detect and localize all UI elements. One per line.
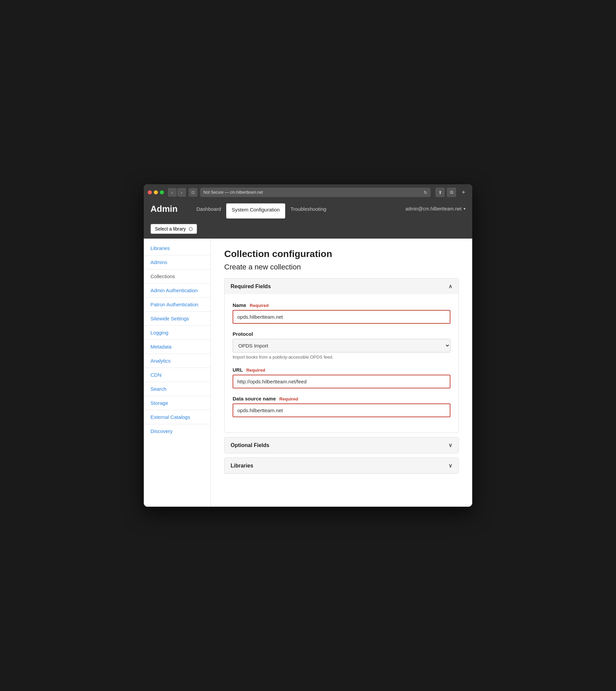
sidebar-item-search[interactable]: Search <box>144 382 211 396</box>
data-source-label: Data source name Required <box>233 396 450 401</box>
tab-view-button[interactable]: ⊡ <box>189 188 197 197</box>
user-dropdown-icon: ▾ <box>463 206 465 211</box>
sidebar-item-admin-authentication[interactable]: Admin Authentication <box>144 284 211 297</box>
header-nav: Dashboard System Configuration Troublesh… <box>191 203 405 215</box>
browser-chrome: ‹ › ⊡ Not Secure — cm.hilbertteam.net ↻ … <box>144 184 472 197</box>
libraries-header[interactable]: Libraries ∨ <box>224 458 459 473</box>
data-source-input[interactable] <box>233 403 450 417</box>
required-fields-body: Name Required Protocol OPDS Import Overd… <box>224 294 459 432</box>
required-fields-header[interactable]: Required Fields ∧ <box>224 278 459 294</box>
nav-system-configuration[interactable]: System Configuration <box>226 203 285 219</box>
libraries-chevron: ∨ <box>448 463 453 469</box>
sidebar-item-metadata[interactable]: Metadata <box>144 340 211 354</box>
sidebar-item-admins[interactable]: Admins <box>144 255 211 269</box>
name-input[interactable] <box>233 310 450 324</box>
sidebar-item-cdn[interactable]: CDN <box>144 368 211 382</box>
back-button[interactable]: ‹ <box>168 188 177 197</box>
library-selector-label: Select a library <box>155 226 186 231</box>
protocol-label: Protocol <box>233 331 450 337</box>
url-label: URL Required <box>233 367 450 373</box>
sidebar-item-libraries[interactable]: Libraries <box>144 241 211 255</box>
optional-fields-header[interactable]: Optional Fields ∨ <box>224 437 459 453</box>
main-layout: Libraries Admins Collections Admin Authe… <box>144 239 472 507</box>
sidebar-item-discovery[interactable]: Discovery <box>144 424 211 438</box>
required-fields-accordion: Required Fields ∧ Name Required Prot <box>224 278 459 433</box>
sidebar-item-external-catalogs[interactable]: External Catalogs <box>144 410 211 424</box>
share-button[interactable]: ⬆ <box>435 188 445 197</box>
maximize-button[interactable] <box>160 190 164 194</box>
libraries-accordion: Libraries ∨ <box>224 458 459 474</box>
url-field-group: URL Required <box>233 367 450 388</box>
close-button[interactable] <box>148 190 152 194</box>
traffic-lights <box>148 190 164 194</box>
url-required-badge: Required <box>246 367 265 373</box>
optional-fields-chevron: ∨ <box>448 442 453 448</box>
refresh-button[interactable]: ↻ <box>424 190 427 195</box>
forward-button[interactable]: › <box>177 188 186 197</box>
protocol-field-group: Protocol OPDS Import Overdrive Bibliothe… <box>233 331 450 360</box>
nav-troubleshooting[interactable]: Troubleshooting <box>285 203 332 215</box>
sidebar-item-sitewide-settings[interactable]: Sitewide Settings <box>144 312 211 326</box>
sidebar-item-collections[interactable]: Collections <box>144 269 211 284</box>
library-selector-arrow: ⬡ <box>189 226 193 231</box>
duplicate-tab-button[interactable]: ⧉ <box>447 188 456 197</box>
page-title: Collection configuration <box>224 249 459 259</box>
protocol-select[interactable]: OPDS Import Overdrive Bibliotheca Axis 3… <box>233 339 450 353</box>
sidebar-item-storage[interactable]: Storage <box>144 396 211 410</box>
sidebar-item-analytics[interactable]: Analytics <box>144 354 211 368</box>
sidebar-item-patron-authentication[interactable]: Patron Authentication <box>144 297 211 312</box>
name-label: Name Required <box>233 302 450 308</box>
header-user[interactable]: admin@cm.hilbertteam.net ▾ <box>405 206 465 211</box>
nav-dashboard[interactable]: Dashboard <box>191 203 226 215</box>
libraries-label: Libraries <box>230 463 254 469</box>
data-source-field-group: Data source name Required <box>233 396 450 417</box>
app-header: Admin Dashboard System Configuration Tro… <box>144 197 472 221</box>
address-text: Not Secure — cm.hilbertteam.net <box>203 190 263 195</box>
minimize-button[interactable] <box>154 190 158 194</box>
new-tab-button[interactable]: + <box>459 188 468 197</box>
name-field-group: Name Required <box>233 302 450 324</box>
section-title: Create a new collection <box>224 263 459 271</box>
user-email: admin@cm.hilbertteam.net <box>405 206 462 211</box>
browser-window: ‹ › ⊡ Not Secure — cm.hilbertteam.net ↻ … <box>144 184 472 507</box>
sidebar-item-logging[interactable]: Logging <box>144 326 211 340</box>
content-area: Collection configuration Create a new co… <box>211 239 472 507</box>
library-bar: Select a library ⬡ <box>144 221 472 239</box>
required-fields-label: Required Fields <box>230 284 271 290</box>
library-selector[interactable]: Select a library ⬡ <box>151 224 197 234</box>
address-bar[interactable]: Not Secure — cm.hilbertteam.net ↻ <box>200 188 431 197</box>
optional-fields-accordion: Optional Fields ∨ <box>224 437 459 453</box>
name-required-badge: Required <box>250 303 268 308</box>
optional-fields-label: Optional Fields <box>230 442 269 448</box>
url-input[interactable] <box>233 375 450 388</box>
protocol-hint: Import books from a publicly-accessible … <box>233 355 450 360</box>
app-logo: Admin <box>151 204 178 214</box>
sidebar: Libraries Admins Collections Admin Authe… <box>144 239 211 507</box>
required-fields-chevron: ∧ <box>448 283 453 290</box>
data-source-required-badge: Required <box>279 397 298 401</box>
